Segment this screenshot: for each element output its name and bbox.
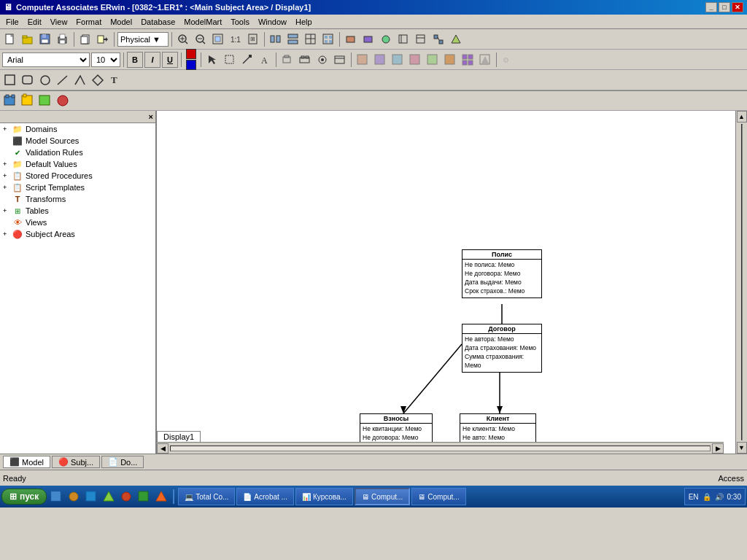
tb-b5[interactable] — [413, 31, 429, 47]
new-button[interactable] — [2, 31, 18, 47]
tab-subj[interactable]: 🔴 Subj... — [52, 456, 100, 468]
sidebar-item-script-templates[interactable]: + 📋 Script Templates — [0, 182, 155, 193]
menu-edit[interactable]: Edit — [23, 16, 46, 28]
tb-layout2[interactable] — [285, 31, 301, 47]
tb-icon6[interactable] — [90, 72, 106, 88]
tb-b7[interactable] — [448, 31, 464, 47]
sidebar-item-stored-procedures[interactable]: + 📋 Stored Procedures — [0, 170, 155, 182]
quick-launch-1[interactable] — [48, 489, 64, 505]
physical-dropdown[interactable]: Physical ▼ — [117, 32, 169, 47]
tb-r2[interactable] — [372, 52, 388, 68]
tb-icon4[interactable] — [55, 72, 71, 88]
expand-icon[interactable] — [3, 219, 10, 226]
display-tab[interactable]: Display1 — [157, 431, 201, 442]
tb-b6[interactable] — [430, 31, 446, 47]
minimize-button[interactable]: _ — [705, 2, 717, 12]
tb-sec4[interactable] — [55, 93, 71, 109]
font-select[interactable]: Arial — [2, 52, 90, 67]
expand-icon[interactable]: + — [3, 160, 10, 168]
sidebar-item-model-sources[interactable]: ⬛ Model Sources — [0, 135, 155, 147]
taskbar-app-comput1[interactable]: 🖥 Comput... — [355, 488, 410, 505]
tb-sec2[interactable] — [20, 93, 36, 109]
expand-icon[interactable]: + — [3, 125, 10, 133]
quick-launch-3[interactable] — [83, 489, 99, 505]
hscroll-bar[interactable]: ◀ ▶ — [157, 442, 724, 454]
tb-zoom-fit[interactable] — [210, 31, 226, 47]
tb-icon5[interactable] — [72, 72, 88, 88]
tb-b2[interactable] — [360, 31, 376, 47]
vscroll-bar[interactable]: ▲ ▼ — [735, 111, 747, 454]
sidebar-item-transforms[interactable]: T Transforms — [0, 193, 155, 205]
tb-zoom-in[interactable] — [175, 31, 191, 47]
entity-polico[interactable]: Полис Не полиса: Мемо Не договора: Мемо … — [462, 249, 542, 298]
pointer-tool[interactable] — [204, 52, 220, 68]
tb-icon3[interactable] — [37, 72, 53, 88]
menu-modelmart[interactable]: ModelMart — [179, 16, 226, 28]
expand-icon[interactable]: + — [3, 230, 10, 238]
tab-do[interactable]: 📄 Do... — [101, 456, 144, 468]
menu-help[interactable]: Help — [291, 16, 317, 28]
taskbar-app-acrobat[interactable]: 📄 Acrobat ... — [236, 488, 294, 505]
taskbar-app-kursova[interactable]: 📊 Курсова... — [295, 488, 353, 505]
sidebar-item-validation-rules[interactable]: ✔ Validation Rules — [0, 147, 155, 158]
taskbar-app-total[interactable]: 💻 Total Co... — [178, 488, 235, 505]
quick-launch-6[interactable] — [136, 489, 152, 505]
scroll-down-button[interactable]: ▼ — [737, 442, 747, 454]
tb-r6[interactable] — [442, 52, 458, 68]
tb-icon1[interactable] — [2, 72, 18, 88]
tb-dt4[interactable] — [332, 52, 348, 68]
tb-r3[interactable] — [390, 52, 406, 68]
sidebar-item-subject-areas[interactable]: + 🔴 Subject Areas — [0, 228, 155, 240]
connect-tool[interactable] — [239, 52, 255, 68]
quick-launch-7[interactable] — [153, 489, 169, 505]
tb-dt3[interactable] — [314, 52, 330, 68]
size-select[interactable]: 10 — [91, 52, 120, 67]
tb-r4[interactable] — [407, 52, 423, 68]
menu-file[interactable]: File — [1, 16, 23, 28]
menu-tools[interactable]: Tools — [226, 16, 254, 28]
print-button[interactable] — [55, 31, 71, 47]
sidebar-item-tables[interactable]: + ⊞ Tables — [0, 205, 155, 217]
tb-dt1[interactable] — [279, 52, 295, 68]
expand-icon[interactable] — [3, 137, 10, 144]
start-button[interactable]: ⊞ пуск — [1, 489, 47, 505]
fill-color-btn[interactable] — [186, 49, 196, 59]
tb-zoom-page[interactable]: ⊞ — [245, 31, 261, 47]
hscroll-thumb[interactable] — [170, 446, 711, 451]
quick-launch-2[interactable] — [66, 489, 82, 505]
sidebar-item-default-values[interactable]: + 📁 Default Values — [0, 158, 155, 170]
entity-dogovor[interactable]: Договор Не автора: Мемо Дата страхования… — [462, 324, 542, 373]
expand-icon[interactable] — [3, 149, 10, 156]
tb-icon2[interactable] — [20, 72, 36, 88]
tb-b1[interactable] — [343, 31, 359, 47]
tb-r1[interactable] — [355, 52, 371, 68]
tb-layout3[interactable] — [303, 31, 319, 47]
scroll-left-button[interactable]: ◀ — [157, 443, 169, 454]
tb-r9[interactable]: ⚙ — [500, 52, 516, 68]
taskbar-app-comput2[interactable]: 🖥 Comput... — [411, 488, 465, 505]
tb-btn-6[interactable] — [95, 31, 111, 47]
tb-zoom-100[interactable]: 1:1 — [228, 31, 244, 47]
tb-sec1[interactable] — [2, 93, 18, 109]
expand-icon[interactable]: + — [3, 207, 10, 214]
open-button[interactable] — [20, 31, 36, 47]
expand-icon[interactable] — [3, 195, 10, 203]
select-tool[interactable] — [222, 52, 238, 68]
maximize-button[interactable]: □ — [719, 2, 730, 12]
menu-window[interactable]: Window — [254, 16, 291, 28]
menu-model[interactable]: Model — [106, 16, 136, 28]
bold-button[interactable]: B — [127, 52, 143, 68]
tb-b4[interactable] — [395, 31, 411, 47]
expand-icon[interactable]: + — [3, 184, 10, 191]
tab-model[interactable]: ⬛ Model — [3, 456, 50, 468]
tb-icon7[interactable]: T — [107, 72, 123, 88]
line-color-btn[interactable] — [186, 60, 196, 70]
close-button[interactable]: ✕ — [732, 2, 743, 12]
tb-layout1[interactable] — [268, 31, 284, 47]
save-button[interactable] — [37, 31, 53, 47]
quick-launch-5[interactable] — [118, 489, 134, 505]
tb-r5[interactable] — [425, 52, 441, 68]
menu-database[interactable]: Database — [136, 16, 179, 28]
underline-button[interactable]: U — [162, 52, 178, 68]
tb-zoom-out[interactable] — [193, 31, 209, 47]
